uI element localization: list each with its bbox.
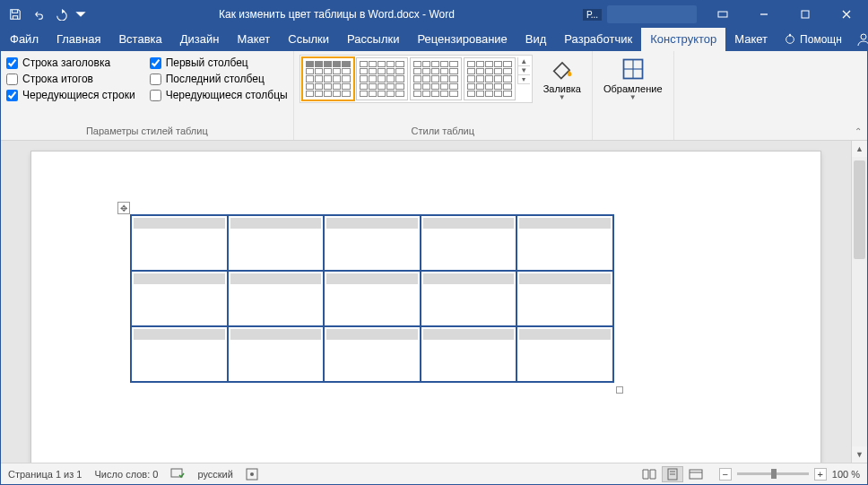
chevron-down-icon: ▼: [629, 94, 637, 102]
group-table-style-options: Строка заголовка Строка итогов Чередующи…: [1, 51, 294, 140]
gallery-up-icon[interactable]: ▲: [518, 57, 530, 66]
style-thumb-2[interactable]: [356, 57, 408, 100]
chevron-down-icon: ▼: [559, 94, 566, 102]
group-borders: Обрамление▼: [593, 51, 674, 140]
window-title: Как изменить цвет таблицы в Word.docx - …: [91, 8, 583, 21]
tab-layout[interactable]: Макет: [228, 28, 279, 51]
ribbon-tabs: Файл Главная Вставка Дизайн Макет Ссылки…: [1, 28, 867, 51]
zoom-slider[interactable]: [737, 472, 809, 475]
gallery-down-icon[interactable]: ▼: [518, 66, 530, 75]
tab-developer[interactable]: Разработчик: [555, 28, 641, 51]
gallery-scroll: ▲ ▼ ▾: [517, 57, 530, 84]
tab-file[interactable]: Файл: [1, 28, 48, 51]
tab-review[interactable]: Рецензирование: [408, 28, 516, 51]
svg-rect-0: [718, 12, 727, 17]
check-first-column[interactable]: Первый столбец: [150, 56, 288, 69]
ribbon: Строка заголовка Строка итогов Чередующи…: [1, 51, 867, 141]
borders-icon: [621, 56, 646, 82]
tab-mailings[interactable]: Рассылки: [338, 28, 408, 51]
table-resize-handle[interactable]: [616, 386, 623, 394]
ribbon-display-button[interactable]: [702, 1, 743, 28]
status-word-count[interactable]: Число слов: 0: [94, 469, 158, 480]
style-thumb-3[interactable]: [410, 57, 462, 100]
tab-references[interactable]: Ссылки: [279, 28, 338, 51]
status-spellcheck-icon[interactable]: [170, 468, 185, 481]
status-page[interactable]: Страница 1 из 1: [8, 469, 82, 480]
table-styles-gallery[interactable]: ▲ ▼ ▾: [299, 55, 533, 103]
style-thumb-4[interactable]: [464, 57, 516, 100]
contextual-tab-header: Р...: [583, 9, 602, 21]
table-move-handle[interactable]: ✥: [117, 202, 130, 214]
svg-point-5: [861, 34, 866, 39]
tab-view[interactable]: Вид: [516, 28, 556, 51]
scroll-down-icon[interactable]: ▼: [852, 446, 867, 463]
view-print-layout[interactable]: [662, 466, 683, 482]
zoom-slider-thumb[interactable]: [771, 469, 777, 479]
scroll-up-icon[interactable]: ▲: [852, 141, 867, 157]
document-area: ✥ ▲ ▼: [1, 141, 867, 463]
view-read-mode[interactable]: [638, 466, 660, 482]
bucket-icon: [550, 56, 575, 82]
style-thumb-1[interactable]: [302, 57, 354, 100]
group-label-table-styles: Стили таблиц: [299, 124, 586, 140]
redo-button[interactable]: [51, 3, 73, 26]
account-placeholder: [607, 5, 697, 23]
tab-design[interactable]: Дизайн: [171, 28, 229, 51]
scroll-thumb[interactable]: [854, 160, 865, 259]
page[interactable]: ✥: [31, 152, 820, 463]
account-icon[interactable]: [849, 28, 868, 51]
svg-point-3: [786, 36, 794, 44]
group-label-style-options: Параметры стилей таблиц: [6, 124, 288, 140]
check-header-row[interactable]: Строка заголовка: [6, 56, 135, 69]
tab-home[interactable]: Главная: [48, 28, 109, 51]
svg-rect-18: [690, 470, 702, 479]
undo-button[interactable]: [28, 3, 49, 26]
check-total-row[interactable]: Строка итогов: [6, 73, 135, 85]
zoom-level[interactable]: 100 %: [832, 469, 860, 480]
status-macro-icon[interactable]: [246, 468, 258, 481]
tab-insert[interactable]: Вставка: [109, 28, 170, 51]
document-table[interactable]: [130, 214, 614, 383]
zoom-out-button[interactable]: −: [719, 468, 732, 481]
zoom-control: − + 100 %: [719, 468, 860, 481]
shading-button[interactable]: Заливка▼: [538, 55, 586, 119]
svg-rect-4: [789, 34, 791, 37]
qat-customize-button[interactable]: [74, 3, 87, 26]
borders-button[interactable]: Обрамление▼: [598, 55, 668, 119]
view-web-layout[interactable]: [685, 466, 707, 482]
status-language[interactable]: русский: [197, 469, 232, 480]
gallery-more-icon[interactable]: ▾: [518, 75, 530, 84]
collapse-ribbon-icon[interactable]: ⌃: [855, 126, 862, 136]
check-banded-columns[interactable]: Чередующиеся столбцы: [150, 89, 288, 101]
minimize-button[interactable]: [743, 1, 785, 28]
check-banded-rows[interactable]: Чередующиеся строки: [6, 89, 135, 101]
check-last-column[interactable]: Последний столбец: [150, 73, 288, 85]
tell-me-label: Помощн: [800, 33, 842, 46]
zoom-in-button[interactable]: +: [814, 468, 827, 481]
title-bar: Как изменить цвет таблицы в Word.docx - …: [1, 1, 867, 28]
quick-access-toolbar: [1, 3, 91, 26]
status-bar: Страница 1 из 1 Число слов: 0 русский − …: [1, 463, 867, 484]
view-buttons: [638, 466, 707, 482]
tab-table-design[interactable]: Конструктор: [641, 28, 725, 51]
vertical-scrollbar[interactable]: ▲ ▼: [851, 141, 867, 463]
save-button[interactable]: [4, 3, 26, 26]
svg-point-14: [250, 472, 254, 476]
tab-table-layout[interactable]: Макет: [725, 28, 777, 51]
svg-rect-2: [802, 11, 809, 18]
tell-me-button[interactable]: Помощн: [777, 28, 849, 51]
group-table-styles: ▲ ▼ ▾ Заливка▼ Стили таблиц: [294, 51, 593, 140]
scroll-track[interactable]: [852, 157, 867, 446]
maximize-button[interactable]: [785, 1, 826, 28]
close-button[interactable]: [826, 1, 867, 28]
